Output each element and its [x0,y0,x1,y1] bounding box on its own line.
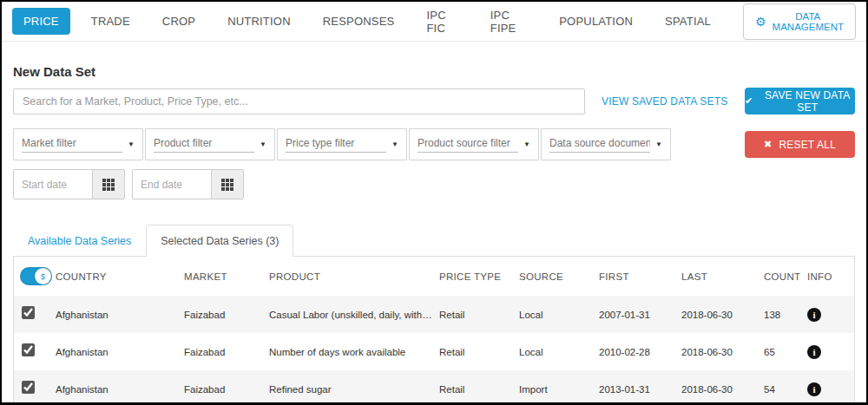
cell-price-type: Retail [439,384,519,395]
cell-count: 65 [764,347,807,357]
table-row: Afghanistan Faizabad Refined sugar Retai… [14,370,854,405]
cell-market: Faizabad [184,384,269,395]
product-filter-dropdown[interactable]: Product filter ▼ [145,128,275,160]
cell-product: Refined sugar [269,384,439,395]
market-filter-label: Market filter [22,137,122,153]
cell-last: 2018-06-30 [681,384,764,395]
start-date-input[interactable] [14,170,92,199]
view-saved-data-sets-link[interactable]: VIEW SAVED DATA SETS [602,95,727,108]
cell-product: Casual Labor (unskilled, daily, without … [269,310,439,320]
caret-down-icon: ▼ [523,140,530,148]
col-header-count: COUNT [764,271,807,282]
info-icon[interactable]: i [807,382,821,396]
check-icon: ✔ [745,95,753,107]
data-series-tabs: Available Data Series Selected Data Seri… [13,225,855,257]
caret-down-icon: ▼ [260,140,266,148]
product-filter-label: Product filter [154,137,254,153]
caret-down-icon: ▼ [128,140,135,148]
product-source-filter-dropdown[interactable]: Product source filter ▼ [409,128,539,160]
cell-first: 2013-01-31 [599,384,681,395]
cell-country: Afghanistan [56,384,184,395]
tab-selected-data-series[interactable]: Selected Data Series (3) [146,225,293,257]
start-date-group [13,169,125,199]
nav-tab-ipc-fipe[interactable]: IPC FIPE [490,9,528,35]
filter-row: Market filter ▼ Product filter ▼ Price t… [13,128,855,160]
nav-tab-ipc-fic[interactable]: IPC FIC [426,9,457,35]
gear-icon: ⚙ [755,16,766,28]
nav-tab-crop[interactable]: CROP [162,15,195,28]
table-row: Afghanistan Faizabad Number of days work… [14,333,854,370]
nav-tab-population[interactable]: POPULATION [559,15,633,28]
cell-count: 138 [764,310,807,320]
cell-market: Faizabad [184,347,269,357]
data-source-document-label: Data source document [549,137,650,153]
page-title: New Data Set [13,64,855,79]
cell-price-type: Retail [439,310,519,320]
cell-country: Afghanistan [56,310,184,320]
caret-down-icon: ▼ [655,140,662,148]
cell-country: Afghanistan [56,347,184,357]
row-checkbox[interactable] [22,306,35,319]
search-input[interactable] [13,88,585,114]
market-filter-dropdown[interactable]: Market filter ▼ [13,128,143,160]
price-type-filter-dropdown[interactable]: Price type filter ▼ [277,128,407,160]
cell-price-type: Retail [439,347,519,357]
end-date-input[interactable] [133,170,211,199]
nav-tab-responses[interactable]: RESPONSES [323,15,395,28]
data-management-button[interactable]: ⚙ DATA MANAGEMENT [743,3,856,40]
price-type-filter-label: Price type filter [286,137,386,153]
calendar-icon [102,179,115,191]
cell-count: 54 [764,384,807,395]
top-navigation: PRICE TRADE CROP NUTRITION RESPONSES IPC… [2,2,866,42]
row-checkbox[interactable] [22,381,35,394]
calendar-icon [221,179,233,191]
col-header-info: INFO [807,271,847,282]
nav-tab-nutrition[interactable]: NUTRITION [227,15,291,28]
caret-down-icon: ▼ [391,140,398,148]
col-header-product: PRODUCT [269,271,439,282]
currency-toggle[interactable]: $ [14,267,56,285]
toggle-knob: $ [35,268,51,284]
start-date-calendar-button[interactable] [92,170,124,199]
save-button-label: SAVE NEW DATA SET [760,89,855,114]
end-date-group [132,169,244,199]
date-row [13,169,855,199]
col-header-first: FIRST [599,271,681,282]
data-management-label: DATA MANAGEMENT [773,11,844,32]
col-header-country: COUNTRY [56,271,184,282]
row-checkbox[interactable] [22,343,35,356]
cell-source: Local [519,347,599,357]
info-icon[interactable]: i [807,308,821,322]
product-source-filter-label: Product source filter [418,137,518,153]
save-new-data-set-button[interactable]: ✔ SAVE NEW DATA SET [745,88,855,114]
selected-data-series-panel: $ COUNTRY MARKET PRODUCT PRICE TYPE SOUR… [13,256,855,405]
col-header-last: LAST [681,271,764,282]
nav-tab-spatial[interactable]: SPATIAL [665,15,711,28]
reset-button-label: RESET ALL [779,139,836,151]
cell-market: Faizabad [184,310,269,320]
nav-tab-price[interactable]: PRICE [12,8,70,35]
col-header-price-type: PRICE TYPE [439,271,519,282]
x-icon: ✖ [764,139,772,150]
cell-source: Import [519,384,599,395]
data-source-document-dropdown[interactable]: Data source document ▼ [541,128,671,160]
main-content: New Data Set VIEW SAVED DATA SETS ✔ SAVE… [2,42,866,405]
cell-last: 2018-06-30 [681,310,764,320]
col-header-market: MARKET [184,271,269,282]
col-header-source: SOURCE [519,271,599,282]
end-date-calendar-button[interactable] [211,170,243,199]
tab-available-data-series[interactable]: Available Data Series [13,225,146,257]
cell-first: 2007-01-31 [599,310,681,320]
cell-last: 2018-06-30 [681,347,764,357]
info-icon[interactable]: i [807,345,821,359]
search-row: VIEW SAVED DATA SETS ✔ SAVE NEW DATA SET [13,88,855,114]
table-row: Afghanistan Faizabad Casual Labor (unski… [14,296,854,333]
reset-all-button[interactable]: ✖ RESET ALL [745,131,855,158]
cell-source: Local [519,310,599,320]
cell-product: Number of days work available [269,347,439,357]
cell-first: 2010-02-28 [599,347,681,357]
app-window: PRICE TRADE CROP NUTRITION RESPONSES IPC… [0,0,868,405]
table-header-row: $ COUNTRY MARKET PRODUCT PRICE TYPE SOUR… [14,257,854,296]
nav-tab-trade[interactable]: TRADE [91,15,130,28]
